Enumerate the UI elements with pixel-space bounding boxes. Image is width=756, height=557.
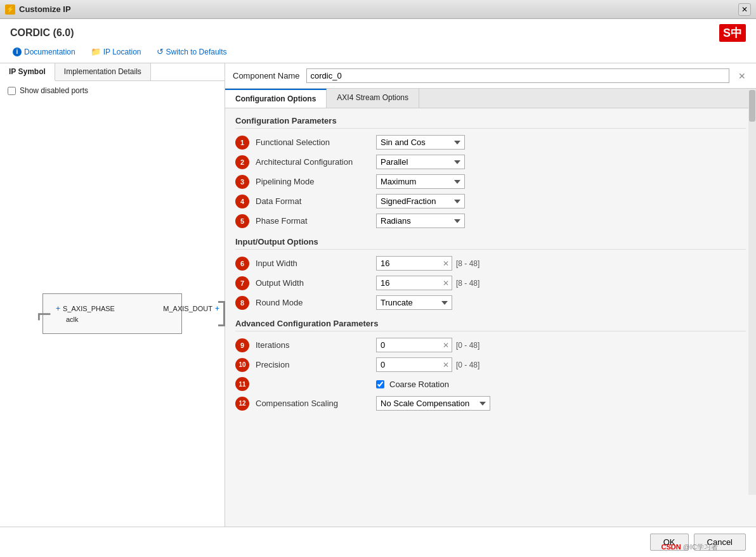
param-label-precision: Precision bbox=[256, 360, 370, 369]
param-control-functional-selection: Sin and Cos Sinh and Cosh Arc Tan Vector… bbox=[376, 135, 465, 150]
param-row-precision: 10 Precision ✕ [0 - 48] bbox=[235, 357, 746, 372]
port-right-group: M_AXIS_DOUT + bbox=[163, 302, 219, 316]
tab-implementation-details[interactable]: Implementation Details bbox=[55, 63, 151, 80]
ip-symbol-box: + S_AXIS_PHASE aclk M_AXIS_DOUT + bbox=[42, 293, 182, 334]
plus-icon-left: + bbox=[56, 304, 60, 313]
io-section-divider: Input/Output Options bbox=[235, 237, 746, 250]
config-tabs: Configuration Options AXI4 Stream Option… bbox=[225, 89, 756, 108]
precision-range: [0 - 48] bbox=[456, 361, 479, 369]
param-row-data-format: 4 Data Format SignedFraction UnsignedFra… bbox=[235, 194, 746, 208]
section-io-title: Input/Output Options bbox=[235, 237, 746, 250]
param-label-architectural-config: Architectural Configuration bbox=[256, 157, 370, 167]
precision-clear-btn[interactable]: ✕ bbox=[440, 361, 452, 369]
param-row-pipelining-mode: 3 Pipelining Mode Maximum Optimal No Pip… bbox=[235, 174, 746, 189]
port-line-1: + S_AXIS_PHASE bbox=[56, 304, 169, 313]
watermark: CSDN @IC学习者 bbox=[662, 542, 718, 552]
architectural-config-select[interactable]: Parallel Word Serial bbox=[376, 155, 465, 169]
scrollbar-track[interactable] bbox=[748, 89, 756, 495]
ip-location-button[interactable]: 📁 IP Location bbox=[88, 46, 144, 58]
scrollbar-thumb bbox=[749, 90, 755, 122]
app-title: CORDIC (6.0) bbox=[10, 27, 74, 39]
content-area: IP Symbol Implementation Details Show di… bbox=[0, 63, 756, 527]
data-format-select[interactable]: SignedFraction UnsignedFraction Integer bbox=[376, 194, 465, 208]
tab-ip-symbol[interactable]: IP Symbol bbox=[0, 63, 55, 81]
compensation-scaling-select[interactable]: No Scale Compensation Scale Compensation bbox=[376, 396, 490, 411]
round-mode-select[interactable]: Truncate Round bbox=[376, 295, 452, 310]
param-control-coarse-rotation: Coarse Rotation bbox=[376, 380, 449, 389]
section-config-params-title: Configuration Parameters bbox=[235, 116, 746, 129]
param-control-compensation-scaling: No Scale Compensation Scale Compensation bbox=[376, 396, 490, 411]
refresh-icon: ↺ bbox=[157, 47, 164, 56]
section-advanced-title: Advanced Configuration Parameters bbox=[235, 319, 746, 331]
iterations-input[interactable] bbox=[377, 338, 440, 352]
header-area: CORDIC (6.0) S中 i Documentation 📁 IP Loc… bbox=[0, 19, 756, 63]
app-icon: ⚡ bbox=[5, 4, 15, 15]
param-num-9: 9 bbox=[235, 338, 249, 352]
param-row-input-width: 6 Input Width ✕ [8 - 48] bbox=[235, 256, 746, 271]
port-line-2: aclk bbox=[56, 316, 169, 323]
param-label-compensation-scaling: Compensation Scaling bbox=[256, 399, 370, 408]
param-num-10: 10 bbox=[235, 358, 249, 372]
param-num-6: 6 bbox=[235, 257, 249, 271]
param-num-12: 12 bbox=[235, 397, 249, 411]
input-width-input[interactable] bbox=[377, 257, 440, 270]
param-row-architectural-config: 2 Architectural Configuration Parallel W… bbox=[235, 155, 746, 169]
output-width-field: ✕ bbox=[376, 276, 452, 290]
param-num-1: 1 bbox=[235, 136, 249, 150]
close-button[interactable]: ✕ bbox=[738, 3, 751, 16]
show-disabled-checkbox[interactable] bbox=[8, 87, 16, 95]
input-width-range: [8 - 48] bbox=[456, 259, 479, 268]
coarse-rotation-checkbox[interactable] bbox=[376, 380, 384, 388]
tab-axi4-stream[interactable]: AXI4 Stream Options bbox=[327, 89, 419, 108]
param-control-pipelining-mode: Maximum Optimal No Pipelining bbox=[376, 174, 465, 189]
bottom-bar: OK Cancel bbox=[0, 527, 756, 557]
iterations-field: ✕ bbox=[376, 338, 452, 352]
param-label-functional-selection: Functional Selection bbox=[256, 138, 370, 147]
folder-icon: 📁 bbox=[91, 47, 101, 56]
tab-configuration-options[interactable]: Configuration Options bbox=[225, 89, 327, 108]
phase-format-select[interactable]: Radians Scaled Radians bbox=[376, 214, 465, 228]
port-line-right: M_AXIS_DOUT + bbox=[163, 304, 219, 313]
param-label-output-width: Output Width bbox=[256, 278, 370, 288]
param-label-iterations: Iterations bbox=[256, 340, 370, 350]
param-row-compensation-scaling: 12 Compensation Scaling No Scale Compens… bbox=[235, 396, 746, 411]
component-name-input[interactable] bbox=[306, 68, 730, 83]
info-icon: i bbox=[13, 48, 22, 56]
param-num-3: 3 bbox=[235, 175, 249, 189]
iterations-range: [0 - 48] bbox=[456, 341, 479, 350]
param-row-iterations: 9 Iterations ✕ [0 - 48] bbox=[235, 338, 746, 352]
iterations-clear-btn[interactable]: ✕ bbox=[440, 341, 452, 350]
config-content: Configuration Parameters 1 Functional Se… bbox=[225, 108, 756, 527]
component-name-clear-button[interactable]: ✕ bbox=[736, 71, 748, 81]
param-label-phase-format: Phase Format bbox=[256, 216, 370, 226]
param-control-output-width: ✕ [8 - 48] bbox=[376, 276, 479, 290]
input-width-field: ✕ bbox=[376, 256, 452, 271]
param-num-7: 7 bbox=[235, 276, 249, 290]
param-num-11: 11 bbox=[235, 377, 249, 391]
param-label-data-format: Data Format bbox=[256, 196, 370, 206]
svg-rect-1 bbox=[218, 301, 225, 303]
param-row-functional-selection: 1 Functional Selection Sin and Cos Sinh … bbox=[235, 135, 746, 150]
switch-to-defaults-button[interactable]: ↺ Switch to Defaults bbox=[154, 46, 230, 58]
svg-rect-2 bbox=[218, 324, 225, 326]
pipelining-mode-select[interactable]: Maximum Optimal No Pipelining bbox=[376, 174, 465, 189]
param-control-input-width: ✕ [8 - 48] bbox=[376, 256, 479, 271]
show-disabled-label: Show disabled ports bbox=[20, 86, 88, 95]
precision-field: ✕ bbox=[376, 357, 452, 372]
documentation-button[interactable]: i Documentation bbox=[10, 46, 78, 58]
functional-selection-select[interactable]: Sin and Cos Sinh and Cosh Arc Tan Vector… bbox=[376, 135, 465, 150]
param-num-2: 2 bbox=[235, 155, 249, 169]
param-num-8: 8 bbox=[235, 296, 249, 310]
advanced-section-divider: Advanced Configuration Parameters bbox=[235, 319, 746, 331]
component-name-row: Component Name ✕ bbox=[225, 63, 756, 89]
left-panel: IP Symbol Implementation Details Show di… bbox=[0, 63, 225, 527]
precision-input[interactable] bbox=[377, 358, 440, 371]
param-row-coarse-rotation: 11 Coarse Rotation bbox=[235, 377, 746, 391]
param-row-output-width: 7 Output Width ✕ [8 - 48] bbox=[235, 276, 746, 290]
output-width-input[interactable] bbox=[377, 276, 440, 290]
input-width-clear-btn[interactable]: ✕ bbox=[440, 259, 452, 268]
output-width-clear-btn[interactable]: ✕ bbox=[440, 279, 452, 288]
left-tabs: IP Symbol Implementation Details bbox=[0, 63, 225, 81]
param-num-4: 4 bbox=[235, 195, 249, 208]
param-row-round-mode: 8 Round Mode Truncate Round bbox=[235, 295, 746, 310]
